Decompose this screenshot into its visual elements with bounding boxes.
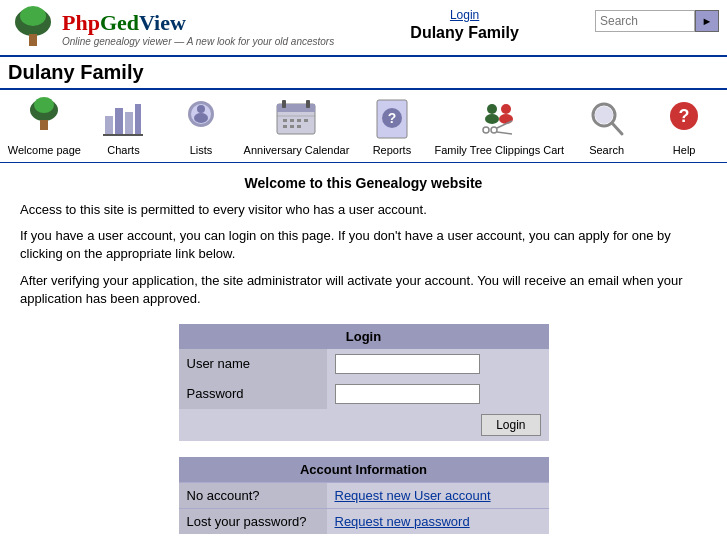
calendar-icon	[273, 96, 319, 142]
svg-rect-23	[304, 119, 308, 122]
svg-point-31	[485, 114, 499, 124]
lists-icon	[178, 96, 224, 142]
para1: Access to this site is permitted to ever…	[20, 201, 707, 219]
nav-search[interactable]: Search	[572, 96, 642, 156]
password-input[interactable]	[335, 384, 480, 404]
nav-lists[interactable]: Lists	[166, 96, 236, 156]
lost-password-label: Lost your password?	[179, 508, 327, 534]
svg-rect-7	[115, 108, 123, 134]
intro-text: Access to this site is permitted to ever…	[20, 201, 707, 308]
svg-rect-25	[290, 125, 294, 128]
account-info-title: Account Information	[179, 457, 549, 483]
svg-rect-26	[297, 125, 301, 128]
svg-point-32	[501, 104, 511, 114]
nav-clippings[interactable]: Family Tree Clippings Cart	[434, 96, 564, 156]
search-button[interactable]: ►	[695, 10, 719, 32]
nav-charts[interactable]: Charts	[88, 96, 158, 156]
nav-divider	[0, 162, 727, 163]
svg-rect-9	[135, 104, 141, 134]
search-input[interactable]	[595, 10, 695, 32]
account-section: Account Information No account? Request …	[179, 457, 549, 534]
svg-point-30	[487, 104, 497, 114]
nav-bar: Welcome page Charts Lists	[0, 90, 727, 160]
svg-rect-8	[125, 112, 133, 134]
nav-help-label: Help	[673, 144, 696, 156]
svg-rect-2	[29, 34, 37, 46]
svg-point-35	[491, 127, 497, 133]
login-form-title: Login	[179, 324, 549, 349]
svg-rect-22	[297, 119, 301, 122]
nav-anniversary-label: Anniversary Calendar	[244, 144, 350, 156]
nav-anniversary[interactable]: Anniversary Calendar	[244, 96, 350, 156]
no-account-label: No account?	[179, 482, 327, 508]
nav-clippings-label: Family Tree Clippings Cart	[434, 144, 564, 156]
account-info-table: Account Information No account? Request …	[179, 457, 549, 534]
nav-search-label: Search	[589, 144, 624, 156]
svg-point-34	[483, 127, 489, 133]
nav-charts-label: Charts	[107, 144, 139, 156]
logo-subtitle: Online genealogy viewer — A new look for…	[62, 36, 334, 47]
para3: After verifying your application, the si…	[20, 272, 707, 308]
logo-title: PhpGedView	[62, 10, 334, 36]
svg-rect-18	[306, 100, 310, 108]
login-form: Login User name Password Login	[179, 324, 549, 441]
svg-rect-21	[290, 119, 294, 122]
nav-help[interactable]: ? Help	[649, 96, 719, 156]
svg-text:?: ?	[388, 110, 397, 126]
svg-line-37	[497, 132, 512, 134]
logo-area: PhpGedView Online genealogy viewer — A n…	[8, 6, 334, 51]
nav-welcome[interactable]: Welcome page	[8, 96, 81, 156]
svg-rect-10	[103, 134, 143, 136]
page-title: Dulany Family	[0, 57, 727, 88]
username-input[interactable]	[335, 354, 480, 374]
clippings-icon	[476, 96, 522, 142]
search-nav-icon	[584, 96, 630, 142]
welcome-title: Welcome to this Genealogy website	[20, 175, 707, 191]
nav-reports-label: Reports	[373, 144, 412, 156]
reports-icon: ?	[369, 96, 415, 142]
svg-point-1	[20, 6, 46, 26]
login-section: Login User name Password Login	[179, 324, 549, 441]
home-icon	[21, 96, 67, 142]
help-icon: ?	[661, 96, 707, 142]
svg-point-39	[595, 106, 613, 124]
search-area: ►	[595, 10, 719, 32]
nav-welcome-label: Welcome page	[8, 144, 81, 156]
username-label: User name	[179, 349, 327, 379]
svg-point-4	[34, 97, 54, 113]
svg-rect-5	[40, 120, 48, 130]
site-title-header: Dulany Family	[334, 24, 595, 42]
request-account-link[interactable]: Request new User account	[327, 482, 549, 508]
svg-point-13	[197, 105, 205, 113]
nav-lists-label: Lists	[190, 144, 213, 156]
logo-tree-icon	[8, 6, 58, 51]
svg-point-33	[499, 114, 513, 124]
login-button[interactable]: Login	[481, 414, 540, 436]
nav-reports[interactable]: ? Reports	[357, 96, 427, 156]
charts-icon	[100, 96, 146, 142]
svg-point-14	[194, 113, 208, 123]
svg-rect-24	[283, 125, 287, 128]
svg-rect-20	[283, 119, 287, 122]
center-header: Login Dulany Family	[334, 6, 595, 42]
svg-text:?: ?	[679, 106, 690, 126]
svg-line-40	[612, 123, 622, 134]
para2: If you have a user account, you can logi…	[20, 227, 707, 263]
svg-rect-6	[105, 116, 113, 134]
request-password-link[interactable]: Request new password	[327, 508, 549, 534]
login-link[interactable]: Login	[334, 8, 595, 22]
svg-rect-17	[282, 100, 286, 108]
password-label: Password	[179, 379, 327, 409]
